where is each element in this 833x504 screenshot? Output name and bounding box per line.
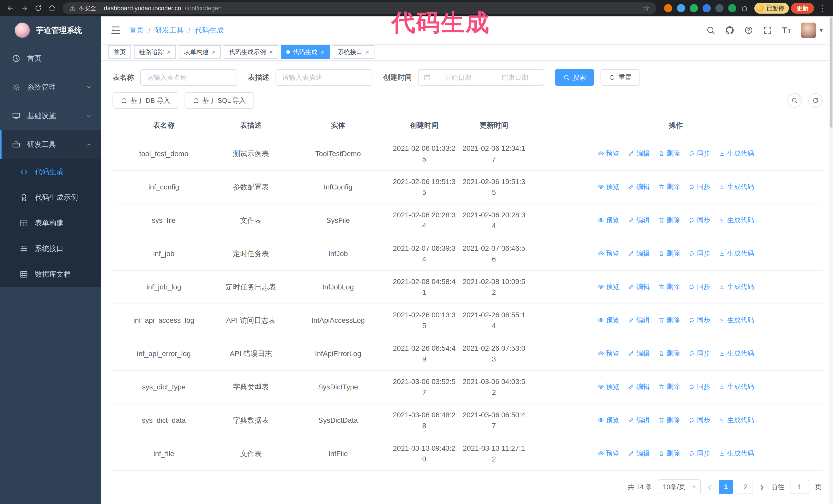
sidebar-item-devtools[interactable]: 研发工具 xyxy=(0,130,101,159)
delete-link[interactable]: 删除 xyxy=(658,215,680,225)
site-security-chip[interactable]: 不安全 xyxy=(69,4,96,12)
close-icon[interactable]: × xyxy=(167,49,171,55)
tab-form-builder[interactable]: 表单构建 × xyxy=(179,45,221,59)
edit-link[interactable]: 编辑 xyxy=(628,415,650,425)
delete-link[interactable]: 删除 xyxy=(658,282,680,292)
sync-link[interactable]: 同步 xyxy=(688,349,710,358)
refresh-table-button[interactable] xyxy=(808,93,823,108)
page-size-select[interactable]: 10条/页 ▾ xyxy=(658,479,701,494)
sync-link[interactable]: 同步 xyxy=(688,248,710,258)
sidebar-item-system-api[interactable]: 系统接口 xyxy=(0,236,101,262)
fullscreen-button[interactable] xyxy=(763,26,772,35)
delete-link[interactable]: 删除 xyxy=(658,148,680,159)
generate-code-link[interactable]: 生成代码 xyxy=(719,248,754,258)
generate-code-link[interactable]: 生成代码 xyxy=(719,182,754,192)
generate-code-link[interactable]: 生成代码 xyxy=(719,215,754,225)
extension-icon[interactable] xyxy=(703,4,711,12)
next-page-button[interactable]: › xyxy=(759,481,765,492)
date-range-picker[interactable]: 开始日期 - 结束日期 xyxy=(418,69,544,86)
delete-link[interactable]: 删除 xyxy=(658,315,680,325)
search-button[interactable]: 搜索 xyxy=(555,69,594,86)
delete-link[interactable]: 删除 xyxy=(658,415,680,425)
delete-link[interactable]: 删除 xyxy=(658,349,680,358)
preview-link[interactable]: 预览 xyxy=(598,349,619,358)
preview-link[interactable]: 预览 xyxy=(598,448,619,458)
preview-link[interactable]: 预览 xyxy=(598,315,619,325)
sync-link[interactable]: 同步 xyxy=(688,448,710,458)
extension-icon[interactable] xyxy=(728,4,736,12)
close-icon[interactable]: × xyxy=(320,49,325,55)
sync-link[interactable]: 同步 xyxy=(688,215,710,225)
goto-page-input[interactable] xyxy=(790,480,809,494)
browser-menu-icon[interactable]: ⋮ xyxy=(816,4,828,12)
edit-link[interactable]: 编辑 xyxy=(628,248,650,258)
generate-code-link[interactable]: 生成代码 xyxy=(719,315,754,325)
generate-code-link[interactable]: 生成代码 xyxy=(719,148,754,159)
preview-link[interactable]: 预览 xyxy=(598,215,619,225)
page-2-button[interactable]: 2 xyxy=(739,480,753,494)
user-menu[interactable]: ▾ xyxy=(801,23,823,38)
generate-code-link[interactable]: 生成代码 xyxy=(719,382,754,392)
font-size-button[interactable]: T T xyxy=(782,26,791,34)
sidebar-item-system[interactable]: 系统管理 xyxy=(0,73,101,101)
sidebar-item-form-builder[interactable]: 表单构建 xyxy=(0,210,101,236)
app-logo[interactable]: 芋道管理系统 xyxy=(0,17,101,44)
tab-codegen-example[interactable]: 代码生成示例 × xyxy=(224,45,278,59)
edit-link[interactable]: 编辑 xyxy=(628,148,650,159)
sidebar-item-home[interactable]: 首页 xyxy=(0,44,101,73)
address-bar[interactable]: 不安全 dashboard.yudao.iocoder.cn /tool/cod… xyxy=(63,2,657,14)
page-1-button[interactable]: 1 xyxy=(719,480,733,494)
github-button[interactable] xyxy=(725,26,734,35)
preview-link[interactable]: 预览 xyxy=(598,415,619,425)
preview-link[interactable]: 预览 xyxy=(598,182,619,192)
edit-link[interactable]: 编辑 xyxy=(628,215,650,225)
profile-sync-paused-badge[interactable]: 已暂停 xyxy=(754,3,789,14)
reset-button[interactable]: 重置 xyxy=(600,69,640,86)
docs-help-button[interactable] xyxy=(744,26,753,35)
bookmark-star-icon[interactable]: ☆ xyxy=(643,4,650,12)
browser-home-button[interactable] xyxy=(46,2,58,14)
tab-trace[interactable]: 链路追踪 × xyxy=(134,45,176,59)
preview-link[interactable]: 预览 xyxy=(598,382,619,392)
delete-link[interactable]: 删除 xyxy=(658,248,680,258)
generate-code-link[interactable]: 生成代码 xyxy=(719,349,754,358)
edit-link[interactable]: 编辑 xyxy=(628,349,650,358)
breadcrumb-home[interactable]: 首页 xyxy=(129,25,144,35)
extension-icon[interactable] xyxy=(677,4,685,12)
edit-link[interactable]: 编辑 xyxy=(628,282,650,292)
sync-link[interactable]: 同步 xyxy=(688,182,710,192)
preview-link[interactable]: 预览 xyxy=(598,148,619,159)
edit-link[interactable]: 编辑 xyxy=(628,448,650,458)
scrollbar-track[interactable] xyxy=(829,17,833,504)
browser-forward-button[interactable] xyxy=(19,2,30,14)
browser-reload-button[interactable] xyxy=(32,2,44,14)
sync-link[interactable]: 同步 xyxy=(688,415,710,425)
preview-link[interactable]: 预览 xyxy=(598,248,619,258)
close-icon[interactable]: × xyxy=(365,49,369,55)
prev-page-button[interactable]: ‹ xyxy=(706,481,713,492)
close-icon[interactable]: × xyxy=(269,49,273,55)
sidebar-item-infra[interactable]: 基础设施 xyxy=(0,101,101,130)
import-sql-button[interactable]: 基于 SQL 导入 xyxy=(185,92,254,109)
delete-link[interactable]: 删除 xyxy=(658,448,680,458)
tab-system-api[interactable]: 系统接口 × xyxy=(333,45,375,59)
sync-link[interactable]: 同步 xyxy=(688,282,710,292)
hamburger-icon[interactable] xyxy=(110,25,121,36)
sidebar-item-db-docs[interactable]: 数据库文档 xyxy=(0,262,101,287)
generate-code-link[interactable]: 生成代码 xyxy=(719,282,754,292)
tab-codegen[interactable]: 代码生成 × xyxy=(281,45,330,59)
extension-icon[interactable] xyxy=(715,4,723,12)
scrollbar-thumb[interactable] xyxy=(830,18,832,128)
extensions-puzzle-icon[interactable] xyxy=(741,4,749,12)
header-search-button[interactable] xyxy=(706,26,715,35)
browser-back-button[interactable] xyxy=(5,2,17,14)
edit-link[interactable]: 编辑 xyxy=(628,315,650,325)
browser-update-button[interactable]: 更新 xyxy=(791,3,814,14)
sync-link[interactable]: 同步 xyxy=(688,382,710,392)
close-icon[interactable]: × xyxy=(212,49,216,55)
sidebar-item-codegen[interactable]: 代码生成 xyxy=(0,159,101,185)
delete-link[interactable]: 删除 xyxy=(658,382,680,392)
delete-link[interactable]: 删除 xyxy=(658,182,680,192)
generate-code-link[interactable]: 生成代码 xyxy=(719,448,754,458)
table-desc-input[interactable] xyxy=(276,69,373,86)
